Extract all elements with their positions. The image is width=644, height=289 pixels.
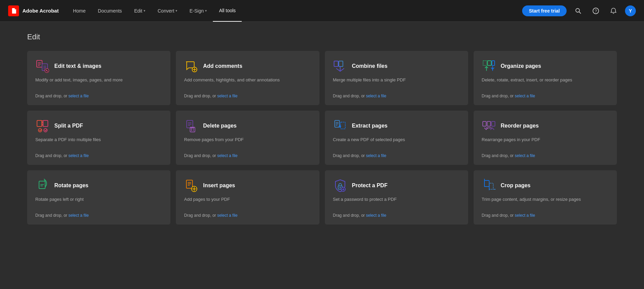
tool-drop: Drag and drop, or select a file <box>184 213 311 218</box>
brand-logo[interactable]: Adobe Acrobat <box>8 5 59 16</box>
tool-header: Reorder pages <box>482 119 609 133</box>
tool-drop: Drag and drop, or select a file <box>184 94 311 98</box>
tool-header: Combine files <box>333 59 460 73</box>
tool-drop: Drag and drop, or select a file <box>333 153 460 158</box>
svg-rect-49 <box>39 181 45 189</box>
user-avatar[interactable]: Y <box>625 5 636 16</box>
select-file-link[interactable]: select a file <box>515 213 535 218</box>
brand-name: Adobe Acrobat <box>22 8 59 14</box>
tool-header: ✎ Edit text & images <box>35 59 162 73</box>
tool-name: Add comments <box>203 63 242 69</box>
svg-point-29 <box>38 129 42 132</box>
tool-drop: Drag and drop, or select a file <box>184 153 311 158</box>
tool-header: Add comments <box>184 59 311 73</box>
tool-header: Crop pages <box>482 178 609 193</box>
tool-drop: Drag and drop, or select a file <box>333 94 460 98</box>
svg-rect-44 <box>341 122 345 129</box>
nav-documents[interactable]: Documents <box>92 0 128 22</box>
nav-edit[interactable]: Edit ▾ <box>128 0 151 22</box>
select-file-link[interactable]: select a file <box>366 213 386 218</box>
section-title: Edit <box>27 33 617 41</box>
tool-name: Edit text & images <box>54 63 102 69</box>
tool-name: Rotate pages <box>54 182 88 189</box>
tool-card-split-pdf[interactable]: Split a PDF Separate a PDF into multiple… <box>27 111 170 165</box>
select-file-link[interactable]: select a file <box>68 94 89 98</box>
svg-rect-19 <box>339 61 343 66</box>
select-file-link[interactable]: select a file <box>515 153 535 158</box>
tool-card-rotate-pages[interactable]: Rotate pages Rotate pages left or right … <box>27 170 170 225</box>
svg-rect-5 <box>37 60 42 67</box>
tool-card-reorder-pages[interactable]: Reorder pages Rearrange pages in your PD… <box>474 111 617 165</box>
tool-card-insert-pages[interactable]: Insert pages Add pages to your PDF Drag … <box>176 170 319 225</box>
tool-header: Protect a PDF <box>333 178 460 193</box>
select-file-link[interactable]: select a file <box>366 94 386 98</box>
tool-name: Combine files <box>352 63 388 69</box>
tool-name: Reorder pages <box>501 123 539 129</box>
tool-card-organize-pages[interactable]: Organize pages Delete, rotate, extract, … <box>474 51 617 105</box>
select-file-link[interactable]: select a file <box>217 153 238 158</box>
nav-home[interactable]: Home <box>67 0 92 22</box>
tool-desc: Remove pages from your PDF <box>184 136 311 149</box>
crop-pages-icon <box>482 178 496 193</box>
tool-desc: Trim page content, adjust margins, or re… <box>482 196 609 208</box>
search-icon <box>575 7 582 14</box>
select-file-link[interactable]: select a file <box>366 153 386 158</box>
reorder-pages-icon <box>482 119 496 133</box>
tool-name: Organize pages <box>501 63 541 69</box>
svg-rect-65 <box>489 183 493 189</box>
notifications-button[interactable] <box>607 5 620 17</box>
tool-card-add-comments[interactable]: Add comments Add comments, highlights, a… <box>176 51 319 105</box>
tool-desc: Add comments, highlights, and other anno… <box>184 77 311 89</box>
tool-card-combine-files[interactable]: Combine files Merge multiple files into … <box>325 51 468 105</box>
add-comments-icon <box>184 59 198 73</box>
nav-actions: Start free trial ? Y <box>522 5 636 17</box>
select-file-link[interactable]: select a file <box>217 213 238 218</box>
nav-all-tools[interactable]: All tools <box>213 0 242 22</box>
tool-header: Delete pages <box>184 119 311 133</box>
nav-links: Home Documents Edit ▾ Convert ▾ E-Sign ▾… <box>67 0 522 22</box>
help-button[interactable]: ? <box>590 5 602 17</box>
tool-card-crop-pages[interactable]: Crop pages Trim page content, adjust mar… <box>474 170 617 225</box>
svg-rect-28 <box>43 120 48 127</box>
svg-rect-52 <box>186 180 192 188</box>
select-file-link[interactable]: select a file <box>68 153 89 158</box>
tool-desc: Create a new PDF of selected pages <box>333 136 460 149</box>
svg-rect-21 <box>483 61 487 65</box>
tool-desc: Rearrange pages in your PDF <box>482 136 609 149</box>
edit-text-images-icon: ✎ <box>35 59 50 73</box>
main-content: Edit ✎ Edit text & images Modi <box>0 22 644 238</box>
tool-desc: Delete, rotate, extract, insert, or reor… <box>482 77 609 89</box>
select-file-link[interactable]: select a file <box>68 213 89 218</box>
tool-header: Extract pages <box>333 119 460 133</box>
tool-drop: Drag and drop, or select a file <box>35 94 162 98</box>
tool-drop: Drag and drop, or select a file <box>35 213 162 218</box>
search-button[interactable] <box>572 5 584 17</box>
tool-card-protect-pdf[interactable]: Protect a PDF Set a password to protect … <box>325 170 468 225</box>
tool-desc: Modify or add text, images, pages, and m… <box>35 77 162 89</box>
insert-pages-icon <box>184 178 198 193</box>
tool-card-delete-pages[interactable]: Delete pages Remove pages from your PDF … <box>176 111 319 165</box>
tool-drop: Drag and drop, or select a file <box>482 153 609 158</box>
svg-point-60 <box>339 187 341 188</box>
tool-drop: Drag and drop, or select a file <box>333 213 460 218</box>
protect-pdf-icon <box>333 178 347 193</box>
select-file-link[interactable]: select a file <box>515 94 535 98</box>
nav-convert[interactable]: Convert ▾ <box>151 0 183 22</box>
svg-rect-23 <box>492 61 495 65</box>
delete-pages-icon <box>184 119 198 133</box>
tool-card-edit-text-images[interactable]: ✎ Edit text & images Modify or add text,… <box>27 51 170 105</box>
tool-desc: Separate a PDF into multiple files <box>35 136 162 149</box>
start-trial-button[interactable]: Start free trial <box>522 5 567 16</box>
tool-card-extract-pages[interactable]: Extract pages Create a new PDF of select… <box>325 111 468 165</box>
nav-esign[interactable]: E-Sign ▾ <box>183 0 213 22</box>
tool-name: Delete pages <box>203 123 237 129</box>
help-icon: ? <box>592 7 599 14</box>
svg-rect-46 <box>487 121 491 126</box>
svg-rect-64 <box>484 180 489 187</box>
tool-header: Rotate pages <box>35 178 162 193</box>
adobe-icon <box>8 5 19 16</box>
svg-point-30 <box>44 129 47 132</box>
select-file-link[interactable]: select a file <box>217 94 238 98</box>
tool-header: Split a PDF <box>35 119 162 133</box>
tool-desc: Merge multiple files into a single PDF <box>333 77 460 89</box>
